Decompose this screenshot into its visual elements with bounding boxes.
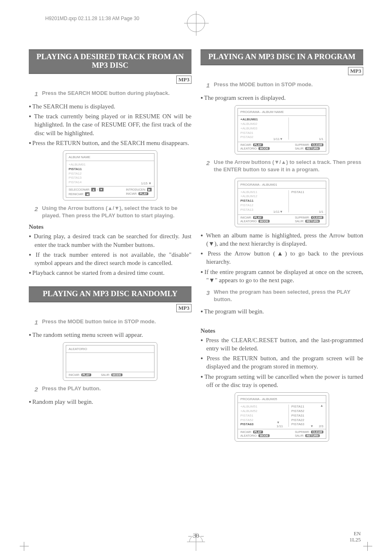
panel-title: PROGRAMA - ALBUM05 (238, 396, 326, 403)
mode-pill: MODE (111, 373, 122, 376)
footer-code-value: 1L25 (350, 537, 361, 543)
section-title-program: PLAYING AN MP3 DISC IN A PROGRAM (201, 49, 363, 65)
foot-label: ALEATORIO: (240, 147, 257, 150)
arrow-right-icon: ▶ (147, 188, 152, 191)
foot-label: SUPRIMIR: (295, 216, 310, 219)
page-indicator-right: 2/3 (319, 424, 323, 428)
list-item: PISTA14 (69, 180, 152, 185)
ui-panel-random: ALEATORIO INICIAR: PLAY SALIR: MODE (63, 342, 157, 381)
list-item: PISTA12 (69, 172, 152, 176)
program-item: PISTA52 (291, 409, 304, 414)
arrow-up-icon: ▲ (91, 188, 96, 191)
step-text: Press the MODE button in STOP mode. (214, 81, 313, 90)
step-3-3: 3 When the program has been selected, pr… (206, 288, 363, 303)
foot-label: SALIR: (295, 434, 304, 437)
ui-panel-search: ALBUM NAME +ALBUM01 PISTA11 PISTA12 PIST… (63, 150, 157, 200)
ui-panel-program-c: PROGRAMA - ALBUM05 +ALBUM51 +ALBUM52 PIS… (235, 392, 329, 442)
bullet-item: Press the Arrow button (▲) to go back to… (201, 249, 363, 266)
step-2-1: 1 Press the MODE button twice in STOP mo… (35, 318, 191, 327)
program-list: PISTA11 (291, 190, 304, 195)
print-header: H9201MD.qxp 02.11.28 11:38 AM Page 30 (45, 16, 139, 21)
step-text: Press the MODE button twice in STOP mode… (42, 318, 156, 327)
step-1-2: 2 Using the Arrow buttons (▲/▼), select … (35, 205, 191, 219)
step-number: 1 (35, 90, 38, 98)
right-column: PLAYING AN MP3 DISC IN A PROGRAM MP3 1 P… (201, 49, 363, 446)
badge-mp3-1: MP3 (176, 76, 191, 84)
arrow-down-icon: ▼ (310, 424, 314, 428)
bullet-item: Press the RETURN button, and the SEARCH … (29, 139, 191, 147)
foot-label: INICIAR: (240, 143, 252, 146)
list-item: PISTA11 (240, 199, 288, 203)
list-item: +ALBUM03 (240, 127, 288, 131)
note-item: Press the CLEAR/C.RESET button, and the … (201, 336, 363, 353)
return-pill: RETURN (305, 434, 320, 437)
note-item: If the track number entered is not avail… (29, 251, 191, 267)
foot-label: INTRODUCEN: (126, 188, 146, 191)
registration-mark-top (187, 14, 205, 32)
page-indicator: 1/15 ▼ (141, 182, 152, 185)
program-item: PISTA22 (291, 418, 304, 423)
list-item: +ALBUM11 (240, 190, 288, 195)
bullet-list: The SEARCH menu is displayed. The track … (29, 102, 191, 147)
step-text: Press the SEARCH MODE button during play… (42, 90, 170, 98)
step-3-1: 1 Press the MODE button in STOP mode. (206, 81, 363, 90)
list-item: PISTA13 (69, 176, 152, 180)
bullet-item: Random play will begin. (29, 398, 191, 406)
bullet-item: The program screen is displayed. (201, 94, 363, 102)
foot-label: SALIR: (295, 147, 304, 150)
section-title-desired-track: PLAYING A DESIRED TRACK FROM AN MP3 DISC (29, 49, 191, 74)
list-item: PISTA12 (240, 203, 288, 208)
step-2-2: 2 Press the PLAY button. (35, 385, 191, 394)
list-item: PISTA01 (240, 131, 288, 136)
bullet-list: The random setting menu screen will appe… (29, 331, 191, 339)
page-indicator-left: ▼1/11 (277, 421, 283, 428)
list-item: +ALBUM12 (240, 194, 288, 199)
step-1-1: 1 Press the SEARCH MODE button during pl… (35, 90, 191, 98)
foot-label: SUPRIMIR: (295, 143, 310, 146)
footer-en: EN (354, 530, 361, 537)
step-3-2: 2 Use the Arrow buttons (▼/▲) to select … (206, 159, 363, 173)
clear-pill: CLEAR (311, 143, 323, 146)
notes-heading: Notes (201, 327, 363, 334)
page-indicator-right: 1/1 (319, 137, 323, 141)
panel-title: PROGRAMA - ALBUM NAME (238, 108, 326, 116)
crop-mark (18, 540, 30, 553)
clear-pill: CLEAR (311, 216, 323, 219)
left-column: PLAYING A DESIRED TRACK FROM AN MP3 DISC… (29, 49, 191, 446)
arrow-down-icon: ▼ (99, 188, 104, 191)
play-pill: PLAY (253, 216, 263, 219)
play-pill: PLAY (138, 192, 148, 195)
badge-mp3-2: MP3 (176, 304, 191, 312)
panel-title: ALEATORIO (66, 345, 154, 352)
step-number: 2 (206, 159, 210, 173)
footer-code: EN 1L25 (350, 531, 361, 543)
program-item: PISTA31 (291, 414, 304, 418)
return-pill: RETURN (305, 220, 320, 223)
panel-title: ALBUM NAME (66, 154, 154, 161)
section-title-random: PLAYING AN MP3 DISC RANDOMLY (29, 286, 191, 302)
page-indicator-left: 1/11▼ (273, 137, 283, 141)
return-pill: RETURN (305, 147, 320, 150)
step-number: 3 (206, 288, 210, 303)
page-indicator-right: 1/1 (319, 210, 323, 214)
clear-pill: CLEAR (311, 431, 323, 433)
bullet-item: The track currently being played or in R… (29, 112, 191, 137)
foot-label: SALIR: (101, 373, 110, 376)
note-item: Playback cannot be started from a desire… (29, 269, 191, 277)
mode-pill: MODE (258, 147, 270, 150)
step-number: 2 (35, 385, 38, 394)
list-item: +ALBUM51 (240, 405, 288, 409)
program-item: PISTA11 (291, 405, 304, 409)
mode-pill: MODE (258, 220, 270, 223)
foot-label: INICIAR: (126, 192, 137, 195)
play-pill: PLAY (253, 143, 263, 146)
foot-label: INICIAR: (240, 431, 252, 433)
notes-list: During play, a desired track can be sear… (29, 232, 191, 277)
list-item: +ALBUM02 (240, 122, 288, 127)
list-item: PISTA51 (240, 414, 288, 418)
crop-mark (362, 540, 374, 553)
ui-panel-program-b: PROGRAMA - ALBUM01 +ALBUM11 +ALBUM12 PIS… (235, 178, 329, 227)
list-item: PISTA11 (69, 167, 152, 172)
mode-pill: MODE (258, 434, 270, 437)
arrow-left-icon: ◀ (85, 192, 90, 196)
